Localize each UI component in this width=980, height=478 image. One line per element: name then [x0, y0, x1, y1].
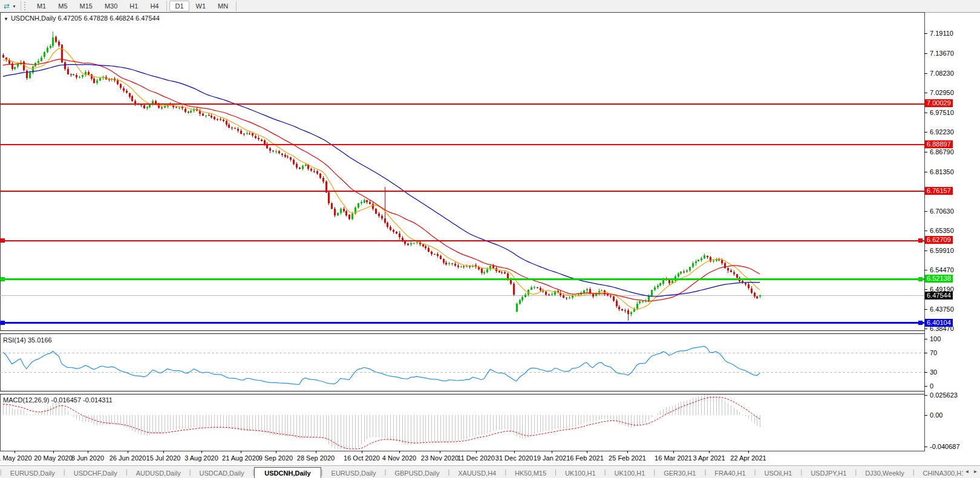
level-price-label: 6.40104 — [925, 319, 953, 327]
macd-axis-label: 0.00 — [930, 411, 942, 419]
chart-tab-AUDUSD-Daily[interactable]: AUDUSD,Daily — [128, 468, 189, 478]
date-axis-label: 23 Nov 2020 — [421, 454, 459, 462]
rsi-axis-label: 100 — [930, 335, 941, 342]
chart-tab-EURUSD-Daily[interactable]: EURUSD,Daily — [323, 468, 385, 478]
chart-tab-USDJPY-H1[interactable]: USDJPY,H1 — [802, 468, 855, 478]
date-axis-label: 1 May 2020 — [0, 454, 32, 462]
level-price-label: 6.62709 — [925, 236, 953, 244]
chart-tab-GBPUSD-Daily[interactable]: GBPUSD,Daily — [386, 468, 448, 478]
price-axis-tick: 6.43750 — [930, 306, 978, 313]
date-axis-label: 16 Mar 2021 — [655, 454, 692, 462]
date-axis-label: 4 Nov 2020 — [382, 454, 416, 462]
level-price-label: 6.52138 — [925, 275, 953, 283]
price-axis-tick: 6.92230 — [930, 128, 978, 136]
quote-low: 6.46824 — [109, 15, 134, 22]
chart-tab-bar: |EURUSD,Daily|USDCHF,Daily|AUDUSD,Daily|… — [0, 465, 980, 478]
date-axis-label: 3 Aug 2020 — [185, 454, 218, 462]
date-axis-label: 31 Dec 2020 — [495, 454, 533, 462]
chart-tab-GER30-H1[interactable]: GER30,H1 — [655, 468, 704, 478]
price-axis-tick: 6.81350 — [930, 168, 978, 175]
price-axis-tick: 7.02950 — [930, 89, 978, 96]
date-axis-label: 16 Oct 2020 — [344, 454, 380, 462]
quote-open: 6.47205 — [58, 15, 82, 22]
pane-separator[interactable] — [0, 330, 924, 334]
chart-tab-HK50-M15[interactable]: HK50,M15 — [506, 468, 555, 478]
current-price-label: 6.47544 — [925, 292, 953, 300]
date-axis-label: 11 Dec 2020 — [457, 454, 495, 462]
chart-tab-UK100-H1[interactable]: UK100,H1 — [557, 468, 604, 478]
chart-tab-UK100-H1[interactable]: UK100,H1 — [606, 468, 654, 478]
date-axis-label: 6 Feb 2021 — [570, 454, 604, 462]
macd-axis-label: 0.025623 — [930, 391, 958, 399]
date-axis-label: 3 Apr 2021 — [693, 454, 725, 462]
price-axis-tick: 7.19110 — [930, 30, 978, 37]
price-axis-tick: 6.86790 — [930, 148, 978, 156]
chart-tab-USOil-H1[interactable]: USOil,H1 — [756, 468, 800, 478]
price-axis-tick: 6.54470 — [930, 266, 978, 273]
date-axis-label: 8 Jun 2020 — [71, 454, 104, 462]
level-price-label: 7.00029 — [925, 99, 953, 107]
tab-scroll-left-button[interactable]: ◄ — [963, 467, 971, 476]
date-axis-label: 28 Sep 2020 — [297, 454, 335, 462]
rsi-axis-label: 70 — [930, 349, 937, 356]
price-axis-tick: 7.08230 — [930, 70, 978, 77]
date-axis-label: 15 Jul 2020 — [146, 454, 181, 462]
date-axis-label: 26 Jun 2020 — [109, 454, 146, 462]
tab-scroll-right-button[interactable]: ► — [972, 467, 979, 476]
date-axis-label: 22 Apr 2021 — [730, 454, 766, 462]
price-axis-tick: 7.13670 — [930, 50, 978, 57]
level-price-label: 6.88897 — [925, 140, 953, 148]
chart-tab-USDCAD-Daily[interactable]: USDCAD,Daily — [191, 468, 253, 478]
date-axis-label: 25 Feb 2021 — [609, 454, 646, 462]
chart-tab-EURUSD-Daily[interactable]: EURUSD,Daily — [2, 468, 64, 478]
price-chart[interactable] — [0, 0, 980, 478]
quote-high: 6.47828 — [83, 15, 108, 22]
chart-tab-USDCHF-Daily[interactable]: USDCHF,Daily — [65, 468, 126, 478]
rsi-axis-label: 30 — [930, 368, 937, 376]
chart-title: ▼USDCNH,Daily 6.47205 6.47828 6.46824 6.… — [4, 15, 160, 22]
macd-indicator-label: MACD(12,26,9) -0.016457 -0.014311 — [3, 396, 113, 404]
rsi-indicator-label: RSI(14) 35.0166 — [3, 336, 52, 344]
chart-tab-XAUUSD-H4[interactable]: XAUUSD,H4 — [449, 468, 505, 478]
price-axis-tick: 6.70630 — [930, 208, 978, 215]
chart-symbol-period: USDCNH,Daily — [11, 15, 56, 22]
price-axis-tick: 6.97510 — [930, 109, 978, 116]
date-axis-label: 20 May 2020 — [34, 454, 73, 462]
chart-tab-DJ30-Weekly[interactable]: DJ30,Weekly — [857, 468, 913, 478]
price-axis-tick: 6.59910 — [930, 247, 978, 254]
date-axis-label: 19 Jan 2021 — [534, 454, 570, 462]
pane-separator[interactable] — [0, 391, 924, 395]
chart-tab-FRA40-H1[interactable]: FRA40,H1 — [706, 468, 754, 478]
chart-title-caret[interactable]: ▼ — [4, 16, 8, 22]
date-axis-label: 9 Sep 2020 — [259, 454, 293, 462]
quote-close: 6.47544 — [136, 15, 160, 22]
date-axis-label: 21 Aug 2020 — [222, 454, 260, 462]
price-axis-tick: 6.65350 — [930, 227, 978, 234]
macd-axis-label: -0.040687 — [930, 443, 960, 450]
level-price-label: 6.76157 — [925, 187, 953, 195]
chart-tab-USDCNH-Daily[interactable]: USDCNH,Daily — [254, 467, 321, 478]
mt4-application-window: ⇄ ▼ M1M5M15M30H1H4D1W1MN ▼USDCNH,Daily 6… — [0, 0, 980, 478]
rsi-axis-label: 0 — [930, 382, 933, 390]
